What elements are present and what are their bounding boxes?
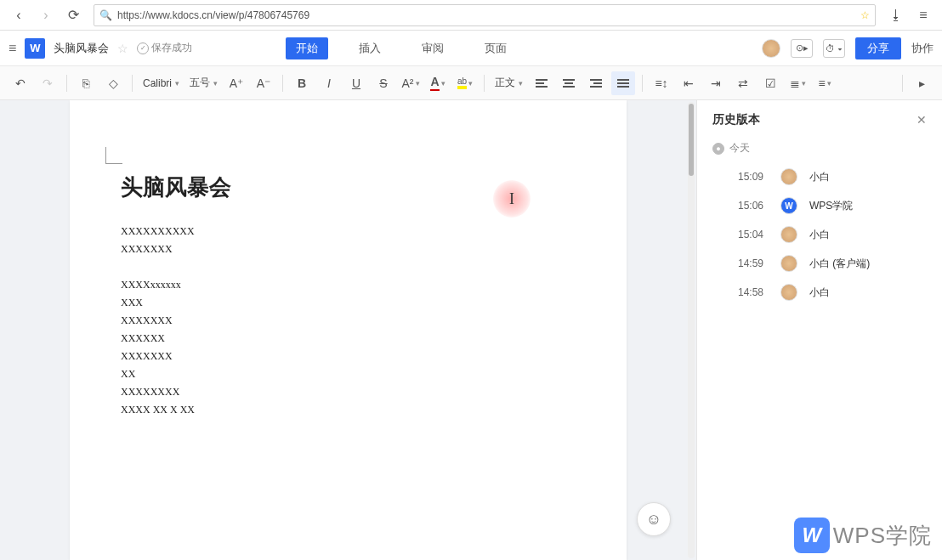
version-item[interactable]: 14:59 小白 (客户端)	[712, 249, 927, 278]
underline-button[interactable]: U	[344, 71, 368, 95]
font-size-select[interactable]: 五号	[186, 76, 221, 90]
tab-review[interactable]: 审阅	[411, 37, 454, 59]
align-justify-button[interactable]	[611, 71, 635, 95]
version-item[interactable]: 15:09 小白	[712, 162, 927, 191]
tab-page[interactable]: 页面	[474, 37, 517, 59]
font-select[interactable]: Calibri	[139, 77, 183, 89]
document-area[interactable]: 头脑风暴会 XXXXXXXXXXXXXXXXX XXXXxxxxxxXXXXXX…	[0, 100, 696, 560]
browser-menu-icon[interactable]: ≡	[911, 3, 935, 27]
page[interactable]: 头脑风暴会 XXXXXXXXXXXXXXXXX XXXXxxxxxxXXXXXX…	[70, 100, 627, 560]
version-item[interactable]: 14:58 小白	[712, 278, 927, 307]
version-time: 15:09	[738, 171, 769, 183]
version-user: 小白	[809, 170, 830, 184]
doc-line[interactable]	[121, 258, 576, 276]
undo-button[interactable]: ↶	[9, 71, 32, 95]
format-painter-button[interactable]: ⎘	[74, 71, 98, 95]
align-right-button[interactable]	[584, 71, 608, 95]
doc-line[interactable]: XXXXXXX	[121, 348, 576, 365]
app-menu-icon[interactable]: ≡	[9, 41, 16, 56]
indent-decrease-button[interactable]: ⇤	[677, 71, 701, 95]
version-avatar	[780, 226, 797, 243]
doc-line[interactable]: XXXX XX X XX	[121, 401, 576, 419]
number-list-button[interactable]: ≡	[813, 71, 837, 95]
doc-heading[interactable]: 头脑风暴会	[121, 173, 576, 202]
redo-button[interactable]: ↷	[36, 71, 60, 95]
doc-title: 头脑风暴会	[54, 41, 109, 56]
doc-line[interactable]: XXXXXXXX	[121, 383, 576, 401]
version-time: 14:59	[738, 257, 769, 269]
font-color-button[interactable]: A	[426, 71, 450, 95]
doc-line[interactable]: XXXXXXX	[121, 312, 576, 330]
download-icon[interactable]: ⭳	[884, 3, 908, 27]
history-today-label: 今天	[712, 141, 927, 156]
save-status: 保存成功	[137, 41, 192, 55]
version-user: 小白 (客户端)	[809, 257, 870, 271]
font-shrink-button[interactable]: A⁻	[252, 71, 275, 95]
line-spacing-button[interactable]: ≡↕	[650, 71, 673, 95]
version-avatar	[780, 255, 797, 272]
version-time: 15:06	[738, 200, 769, 212]
body-style-select[interactable]: 正文	[491, 76, 526, 90]
tab-start[interactable]: 开始	[286, 37, 328, 59]
align-left-button[interactable]	[530, 71, 553, 95]
bookmark-star-icon[interactable]: ☆	[860, 9, 870, 21]
version-item[interactable]: 15:04 小白	[712, 220, 927, 249]
highlight-button[interactable]: ab	[453, 71, 477, 95]
url-bar[interactable]: 🔍 https://www.kdocs.cn/view/p/4780674576…	[94, 4, 876, 26]
version-avatar	[780, 168, 797, 185]
user-avatar[interactable]	[762, 39, 780, 58]
doc-line[interactable]: XXXXXX	[121, 330, 576, 348]
bold-button[interactable]: B	[290, 71, 314, 95]
version-item[interactable]: 15:06 W WPS学院	[712, 191, 927, 220]
nav-forward[interactable]: ›	[34, 3, 58, 27]
scrollbar[interactable]	[688, 102, 695, 558]
history-panel: 历史版本 ✕ 今天 15:09 小白15:06 W WPS学院15:04 小白1…	[696, 100, 942, 560]
panel-close-icon[interactable]: ✕	[916, 113, 927, 127]
tab-insert[interactable]: 插入	[349, 37, 391, 59]
version-user: 小白	[809, 286, 830, 300]
collab-button[interactable]: 协作	[911, 41, 933, 56]
version-avatar	[780, 284, 797, 301]
version-time: 14:58	[738, 286, 769, 298]
url-text: https://www.kdocs.cn/view/p/47806745769	[117, 9, 309, 21]
nav-reload[interactable]: ⟳	[61, 3, 85, 27]
checklist-button[interactable]: ☑	[758, 71, 782, 95]
text-direction-button[interactable]: ⇄	[731, 71, 755, 95]
doc-line[interactable]: XXXXXXX	[121, 240, 576, 258]
margin-marker	[105, 147, 122, 164]
doc-line[interactable]: XXX	[121, 294, 576, 312]
doc-line[interactable]: XXXXXXXXXX	[121, 223, 576, 240]
share-button[interactable]: 分享	[855, 37, 901, 59]
version-avatar: W	[780, 197, 797, 214]
assistant-button[interactable]: ☺	[637, 502, 671, 536]
record-icon[interactable]: ⊙▸	[791, 39, 813, 58]
version-user: WPS学院	[809, 199, 853, 213]
font-grow-button[interactable]: A⁺	[224, 71, 248, 95]
search-icon: 🔍	[99, 9, 112, 21]
doc-star-icon[interactable]: ☆	[117, 42, 128, 55]
history-dropdown[interactable]: ⏱ ▾	[823, 39, 845, 58]
doc-line[interactable]: XX	[121, 365, 576, 383]
app-logo: W	[25, 38, 45, 59]
doc-line[interactable]: XXXXxxxxxx	[121, 276, 576, 294]
version-time: 15:04	[738, 229, 769, 240]
superscript-button[interactable]: A²	[399, 71, 423, 95]
bullet-list-button[interactable]: ≣	[786, 71, 809, 95]
panel-title: 历史版本	[712, 112, 760, 127]
indent-increase-button[interactable]: ⇥	[704, 71, 728, 95]
version-user: 小白	[809, 228, 830, 242]
strike-button[interactable]: S	[372, 71, 395, 95]
italic-button[interactable]: I	[317, 71, 341, 95]
toolbar-more-button[interactable]: ▸	[910, 71, 933, 95]
nav-back[interactable]: ‹	[7, 3, 31, 27]
align-center-button[interactable]	[557, 71, 581, 95]
clear-format-button[interactable]: ◇	[101, 71, 125, 95]
